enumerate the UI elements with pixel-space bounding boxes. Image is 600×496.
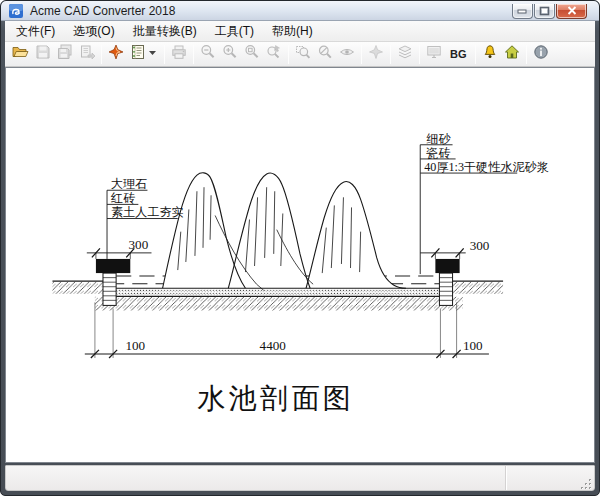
label-compacted-soil: 素土人工夯实 (111, 206, 184, 220)
printer-icon (171, 44, 187, 64)
layers-icon (397, 44, 413, 64)
notification-button[interactable] (479, 43, 501, 65)
magnifier-box-icon (295, 44, 311, 64)
export-pages-icon (79, 44, 95, 64)
zoom-out-button[interactable] (197, 43, 219, 65)
floppy-copy-icon (57, 44, 73, 64)
floppy-icon (35, 44, 51, 64)
dim-right-coping: 300 (420, 238, 490, 259)
menu-file[interactable]: 文件(F) (7, 21, 64, 42)
drawing-canvas[interactable]: 大理石 红砖 素土人工夯实 细砂 瓷砖 40厚1:3干硬性水泥砂浆 300 (5, 67, 595, 463)
right-coping (435, 259, 459, 273)
home-icon (504, 44, 520, 64)
minimize-button[interactable] (512, 4, 533, 19)
dim-bottom: 100 4400 100 (85, 302, 489, 358)
menu-bar: 文件(F) 选项(O) 批量转换(B) 工具(T) 帮助(H) (5, 21, 595, 42)
magnifier-cursor-icon (266, 44, 282, 64)
magnifier-plus-icon (222, 44, 238, 64)
status-message (6, 466, 506, 490)
magnifier-slash-icon (317, 44, 333, 64)
svg-text:300: 300 (470, 238, 490, 253)
view-eye-button[interactable] (336, 43, 358, 65)
red-star-icon (108, 44, 124, 64)
maximize-button[interactable] (534, 4, 555, 19)
homepage-button[interactable] (501, 43, 523, 65)
drawing-caption: 水池剖面图 (198, 383, 354, 414)
zoom-in-button[interactable] (219, 43, 241, 65)
open-folder-icon (12, 44, 29, 64)
label-cement-mortar: 40厚1:3干硬性水泥砂浆 (424, 160, 548, 174)
notebook-caret-icon (130, 44, 158, 64)
monitor-icon (426, 44, 442, 64)
magnifier-minus-icon (200, 44, 216, 64)
label-ceramic-tile: 瓷砖 (426, 146, 450, 160)
toolbar: BG (5, 42, 595, 67)
label-fine-sand: 细砂 (426, 132, 451, 146)
window-title: Acme CAD Converter 2018 (30, 4, 512, 18)
bell-icon (482, 44, 498, 64)
background-color-button[interactable]: BG (445, 43, 472, 65)
menu-tools[interactable]: 工具(T) (206, 21, 263, 42)
left-coping (96, 259, 130, 273)
eye-icon (339, 44, 355, 64)
label-marble: 大理石 (111, 177, 147, 191)
display-button[interactable] (423, 43, 445, 65)
svg-text:100: 100 (463, 338, 483, 353)
label-red-brick: 红砖 (110, 191, 135, 205)
menu-options[interactable]: 选项(O) (64, 21, 123, 42)
app-icon (8, 3, 24, 19)
svg-text:300: 300 (129, 237, 149, 252)
gray-star-icon (368, 44, 384, 64)
close-button[interactable] (556, 4, 587, 19)
resize-grip[interactable] (580, 476, 592, 488)
zoom-extents-button[interactable] (241, 43, 263, 65)
export-format-button[interactable] (127, 43, 161, 65)
bg-text: BG (448, 48, 469, 60)
status-bar (5, 465, 595, 491)
svg-text:4400: 4400 (260, 338, 287, 353)
zoom-selection-button[interactable] (292, 43, 314, 65)
menu-batch-convert[interactable]: 批量转换(B) (124, 21, 206, 42)
print-button[interactable] (168, 43, 190, 65)
info-icon (533, 44, 549, 64)
title-bar[interactable]: Acme CAD Converter 2018 (1, 1, 599, 21)
open-file-button[interactable] (9, 43, 32, 65)
save-copy-button[interactable] (54, 43, 76, 65)
convert-button[interactable] (105, 43, 127, 65)
zoom-window-button[interactable] (263, 43, 285, 65)
batch-export-button[interactable] (76, 43, 98, 65)
zoom-previous-button[interactable] (314, 43, 336, 65)
menu-help[interactable]: 帮助(H) (263, 21, 322, 42)
layers-button[interactable] (394, 43, 416, 65)
save-button[interactable] (32, 43, 54, 65)
cad-drawing: 大理石 红砖 素土人工夯实 细砂 瓷砖 40厚1:3干硬性水泥砂浆 300 (6, 68, 594, 462)
magnifier-e-icon (244, 44, 260, 64)
plugin-button[interactable] (365, 43, 387, 65)
app-window: Acme CAD Converter 2018 文件(F) 选项(O) 批量转换… (0, 0, 600, 496)
svg-text:100: 100 (125, 338, 145, 353)
dim-left-coping: 300 (87, 237, 152, 259)
about-button[interactable] (530, 43, 552, 65)
